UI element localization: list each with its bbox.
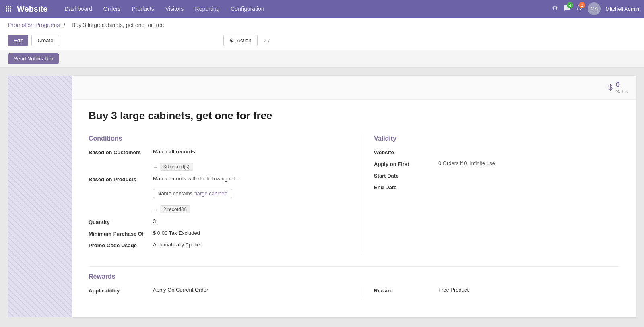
nav-products[interactable]: Products bbox=[127, 4, 159, 14]
breadcrumb-bar: Promotion Programs / Buy 3 large cabinet… bbox=[0, 18, 644, 50]
reward-value: Free Product bbox=[438, 287, 469, 293]
customers-records-row: → 36 record(s) bbox=[89, 160, 348, 171]
products-record-link[interactable]: → 2 record(s) bbox=[153, 205, 190, 213]
apply-on-first-label: Apply on First bbox=[374, 160, 438, 167]
rewards-section: Rewards Applicability Apply On Current O… bbox=[89, 266, 620, 298]
breadcrumb-separator: / bbox=[64, 22, 67, 28]
website-row: Website bbox=[374, 149, 620, 155]
based-on-products-value: Match records with the following rule: bbox=[153, 176, 239, 182]
chip-key: Name bbox=[157, 190, 171, 197]
stats-bar: $ 0 Sales bbox=[72, 76, 636, 100]
rewards-left: Applicability Apply On Current Order bbox=[89, 287, 348, 298]
website-label: Website bbox=[374, 149, 438, 155]
start-date-label: Start Date bbox=[374, 172, 438, 179]
based-on-products-label: Based on Products bbox=[89, 176, 153, 182]
products-records-row: → 2 record(s) bbox=[89, 203, 348, 213]
products-record-count: 2 record(s) bbox=[160, 205, 190, 213]
customers-record-count: 36 record(s) bbox=[160, 163, 193, 171]
page-info: 2 / bbox=[264, 37, 270, 43]
quantity-value: 3 bbox=[153, 218, 156, 224]
based-on-customers-label: Based on Customers bbox=[89, 149, 153, 155]
send-notification-bar: Send Notification bbox=[0, 50, 644, 68]
conditions-section: Conditions Based on Customers Match all … bbox=[89, 135, 348, 253]
user-name: Mitchell Admin bbox=[605, 6, 639, 12]
top-nav: Website Dashboard Orders Products Visito… bbox=[0, 0, 644, 18]
start-date-row: Start Date bbox=[374, 172, 620, 179]
rewards-right: Reward Free Product bbox=[361, 287, 620, 298]
gear-icon: ⚙ bbox=[229, 37, 234, 43]
svg-rect-1 bbox=[8, 6, 9, 7]
reward-label: Reward bbox=[374, 287, 438, 294]
svg-rect-2 bbox=[10, 6, 11, 7]
applicability-row: Applicability Apply On Current Order bbox=[89, 287, 348, 294]
nav-right: 4 2 MA Mitchell Admin bbox=[551, 2, 639, 15]
update-badge: 2 bbox=[579, 2, 585, 8]
applicability-label: Applicability bbox=[89, 287, 153, 294]
filter-chip: Name contains "large cabinet" bbox=[153, 189, 232, 198]
promo-code-value: Automatically Applied bbox=[153, 242, 203, 248]
create-button[interactable]: Create bbox=[31, 35, 59, 46]
two-col-layout: Conditions Based on Customers Match all … bbox=[89, 135, 620, 253]
sales-label: Sales bbox=[616, 89, 628, 95]
nav-reporting[interactable]: Reporting bbox=[190, 4, 225, 14]
edit-button[interactable]: Edit bbox=[8, 35, 28, 46]
chat-icon[interactable]: 4 bbox=[564, 4, 571, 13]
svg-rect-5 bbox=[10, 8, 11, 10]
breadcrumb-current: Buy 3 large cabinets, get one for free bbox=[72, 22, 164, 28]
customers-label-spacer bbox=[89, 160, 153, 161]
validity-title: Validity bbox=[374, 135, 620, 142]
conditions-title: Conditions bbox=[89, 135, 348, 142]
record-content: Buy 3 large cabinets, get one for free C… bbox=[72, 100, 636, 308]
action-button[interactable]: ⚙ Action bbox=[223, 35, 257, 46]
apply-on-first-row: Apply on First 0 Orders if 0, infinite u… bbox=[374, 160, 620, 167]
svg-rect-3 bbox=[6, 8, 7, 10]
rewards-title: Rewards bbox=[89, 273, 620, 280]
chip-op: contains bbox=[173, 190, 192, 197]
promo-code-label: Promo Code Usage bbox=[89, 242, 153, 248]
nav-dashboard[interactable]: Dashboard bbox=[60, 4, 97, 14]
breadcrumb-parent[interactable]: Promotion Programs bbox=[8, 22, 60, 28]
record-title: Buy 3 large cabinets, get one for free bbox=[89, 110, 620, 122]
send-notification-button[interactable]: Send Notification bbox=[8, 53, 59, 64]
reward-row: Reward Free Product bbox=[374, 287, 620, 294]
min-purchase-row: Minimum Purchase Of $ 0.00 Tax Excluded bbox=[89, 230, 348, 237]
user-avatar[interactable]: MA bbox=[588, 2, 601, 15]
quantity-row: Quantity 3 bbox=[89, 218, 348, 225]
update-icon[interactable]: 2 bbox=[576, 4, 583, 13]
nav-visitors[interactable]: Visitors bbox=[161, 4, 189, 14]
applicability-value: Apply On Current Order bbox=[153, 287, 208, 293]
promo-code-row: Promo Code Usage Automatically Applied bbox=[89, 242, 348, 248]
end-date-label: End Date bbox=[374, 184, 438, 190]
sales-count: 0 bbox=[616, 81, 628, 89]
customers-record-link[interactable]: → 36 record(s) bbox=[153, 163, 193, 171]
based-on-customers-value: Match all records bbox=[153, 149, 195, 155]
svg-rect-8 bbox=[10, 10, 11, 12]
apply-on-first-value: 0 Orders if 0, infinite use bbox=[438, 160, 495, 166]
svg-rect-6 bbox=[6, 10, 7, 12]
content-card: $ 0 Sales Buy 3 large cabinets, get one … bbox=[72, 76, 636, 317]
app-logo: Website bbox=[17, 4, 47, 14]
nav-orders[interactable]: Orders bbox=[99, 4, 126, 14]
sales-stat[interactable]: $ 0 Sales bbox=[608, 81, 628, 95]
based-on-products-row: Based on Products Match records with the… bbox=[89, 176, 348, 182]
main-wrapper: $ 0 Sales Buy 3 large cabinets, get one … bbox=[0, 68, 644, 325]
bug-icon[interactable] bbox=[551, 4, 559, 13]
chat-badge: 4 bbox=[567, 2, 573, 8]
svg-rect-7 bbox=[8, 10, 9, 12]
arrow-icon: → bbox=[153, 164, 158, 170]
svg-rect-4 bbox=[8, 8, 9, 10]
based-on-customers-row: Based on Customers Match all records bbox=[89, 149, 348, 155]
svg-rect-0 bbox=[6, 6, 7, 7]
end-date-row: End Date bbox=[374, 184, 620, 190]
products-filter-chip-wrapper: Name contains "large cabinet" bbox=[153, 187, 232, 198]
validity-section: Validity Website Apply on First 0 Orders… bbox=[361, 135, 620, 253]
action-label: Action bbox=[237, 37, 251, 43]
orders-text: 0 Orders if 0, infinite use bbox=[438, 160, 495, 166]
rewards-two-col: Applicability Apply On Current Order Rew… bbox=[89, 287, 620, 298]
chip-val: "large cabinet" bbox=[194, 190, 228, 197]
nav-configuration[interactable]: Configuration bbox=[226, 4, 269, 14]
min-purchase-value: $ 0.00 Tax Excluded bbox=[153, 230, 200, 236]
grid-menu-icon[interactable] bbox=[5, 5, 12, 12]
left-sidebar bbox=[8, 76, 72, 317]
products-filter-row: Name contains "large cabinet" bbox=[89, 187, 348, 198]
